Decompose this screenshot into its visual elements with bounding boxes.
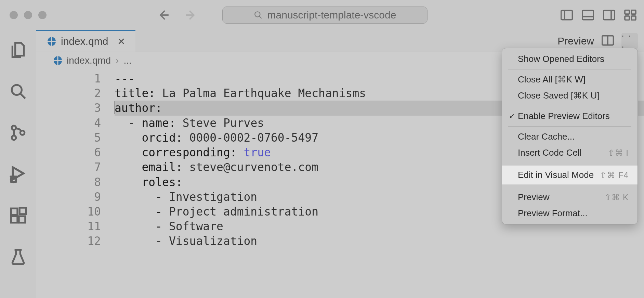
nav-arrows (156, 8, 198, 22)
more-actions-menu: Show Opened EditorsClose All [⌘K W]Close… (502, 48, 638, 224)
menu-item[interactable]: Clear Cache... (505, 129, 634, 145)
breadcrumb-file[interactable]: index.qmd (67, 55, 111, 66)
menu-item-label: Preview Format... (518, 208, 588, 219)
line-number: 2 (36, 86, 101, 101)
titlebar-layout-controls (560, 9, 637, 21)
more-actions-button[interactable]: · · · (621, 33, 638, 49)
line-number: 8 (36, 175, 101, 190)
text-cursor (115, 101, 115, 114)
toggle-secondary-sidebar-icon[interactable] (602, 9, 616, 21)
quarto-file-icon (54, 56, 62, 65)
menu-separator (508, 106, 631, 106)
menu-item[interactable]: Edit in Visual Mode⇧⌘ F4 (502, 165, 638, 185)
breadcrumb-rest[interactable]: ... (124, 55, 132, 66)
run-debug-icon[interactable] (9, 165, 28, 184)
menu-separator (508, 163, 631, 163)
gutter: 123456789101112 (36, 71, 115, 298)
split-editor-icon[interactable] (602, 35, 614, 47)
tab-filename: index.qmd (61, 36, 108, 47)
svg-rect-13 (11, 208, 17, 215)
menu-item-shortcut: ⇧⌘ I (608, 148, 629, 158)
menu-item-label: Edit in Visual Mode (518, 170, 594, 180)
check-icon: ✓ (509, 112, 515, 121)
line-number: 7 (36, 160, 101, 174)
explorer-icon[interactable] (9, 40, 28, 60)
line-number: 4 (36, 116, 101, 130)
menu-item-label: Show Opened Editors (518, 54, 604, 64)
titlebar: manuscript-template-vscode (0, 0, 644, 30)
menu-item[interactable]: Preview⇧⌘ K (505, 189, 634, 205)
line-number: 6 (36, 145, 101, 160)
window-controls (7, 11, 47, 19)
svg-rect-7 (631, 16, 636, 20)
search-icon[interactable] (9, 82, 28, 101)
svg-rect-14 (11, 216, 17, 223)
menu-item[interactable]: Insert Code Cell⇧⌘ I (505, 145, 634, 161)
menu-item-shortcut: ⇧⌘ F4 (600, 170, 629, 180)
nav-forward-button[interactable] (184, 8, 198, 22)
menu-item-label: Preview (518, 192, 549, 203)
svg-rect-16 (19, 208, 26, 214)
preview-button[interactable]: Preview (557, 35, 594, 47)
line-number: 5 (36, 130, 101, 145)
customize-layout-icon[interactable] (623, 9, 637, 21)
chevron-right-icon: › (116, 55, 119, 66)
svg-rect-3 (604, 10, 615, 20)
svg-rect-2 (582, 10, 594, 20)
menu-item-label: Close All [⌘K W] (518, 74, 586, 85)
svg-rect-4 (625, 10, 629, 14)
menu-item-label: Enable Preview Editors (518, 111, 610, 121)
menu-separator (508, 126, 631, 127)
svg-rect-5 (631, 10, 636, 14)
menu-item[interactable]: ✓Enable Preview Editors (505, 108, 634, 124)
menu-separator (508, 187, 631, 187)
menu-item-label: Insert Code Cell (518, 147, 581, 158)
menu-item[interactable]: Close All [⌘K W] (505, 72, 634, 88)
menu-item[interactable]: Show Opened Editors (505, 51, 634, 67)
line-number: 3 (36, 101, 101, 115)
toggle-panel-icon[interactable] (581, 9, 595, 21)
line-number: 11 (36, 219, 101, 234)
line-number: 10 (36, 204, 101, 219)
svg-rect-15 (19, 216, 25, 223)
maximize-window-icon[interactable] (38, 11, 47, 19)
menu-item-label: Close Saved [⌘K U] (518, 90, 599, 101)
command-center-label: manuscript-template-vscode (267, 9, 396, 21)
svg-point-8 (12, 85, 22, 95)
svg-point-0 (255, 12, 260, 17)
menu-item[interactable]: Preview Format... (505, 205, 634, 221)
close-window-icon[interactable] (10, 11, 18, 19)
tab-index-qmd[interactable]: index.qmd ✕ (36, 30, 135, 52)
command-center[interactable]: manuscript-template-vscode (222, 7, 428, 24)
source-control-icon[interactable] (9, 123, 28, 142)
extensions-icon[interactable] (9, 206, 28, 225)
code-line[interactable]: - Visualization (115, 234, 644, 248)
svg-rect-6 (625, 16, 629, 20)
activity-bar (0, 30, 36, 298)
menu-item[interactable]: Close Saved [⌘K U] (505, 88, 634, 104)
close-tab-icon[interactable]: ✕ (117, 36, 125, 47)
svg-point-10 (12, 135, 16, 140)
line-number: 1 (36, 71, 101, 86)
menu-item-label: Clear Cache... (518, 131, 575, 142)
toggle-primary-sidebar-icon[interactable] (560, 9, 574, 21)
testing-icon[interactable] (9, 247, 28, 267)
minimize-window-icon[interactable] (24, 11, 32, 19)
nav-back-button[interactable] (156, 8, 170, 22)
svg-rect-1 (561, 10, 573, 20)
quarto-file-icon (48, 37, 56, 46)
tab-actions: Preview · · · (557, 33, 638, 49)
menu-separator (508, 69, 631, 69)
line-number: 12 (36, 234, 101, 248)
line-number: 9 (36, 190, 101, 204)
menu-item-shortcut: ⇧⌘ K (604, 193, 629, 202)
